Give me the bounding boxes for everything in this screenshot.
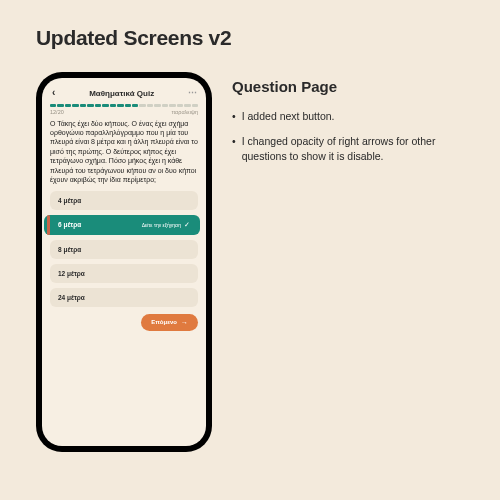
progress-segment xyxy=(65,104,71,107)
page-title: Updated Screens v2 xyxy=(0,0,500,50)
check-icon: ✓ xyxy=(184,221,190,229)
quiz-title: Μαθηματικά Quiz xyxy=(89,89,154,98)
back-icon[interactable]: ‹ xyxy=(52,88,55,98)
progress-segment xyxy=(117,104,123,107)
answer-option[interactable]: 8 μέτρα xyxy=(50,240,198,259)
next-button-label: Επόμενο xyxy=(151,319,177,325)
answer-option-label: 24 μέτρα xyxy=(58,294,85,301)
answer-option-label: 12 μέτρα xyxy=(58,270,85,277)
progress-segment xyxy=(87,104,93,107)
progress-segment xyxy=(139,104,145,107)
next-button[interactable]: Επόμενο → xyxy=(141,314,198,331)
progress-segment xyxy=(80,104,86,107)
options-list: 4 μέτρα6 μέτραΔείτε την εξήγηση✓8 μέτρα1… xyxy=(50,191,198,307)
answer-option[interactable]: 12 μέτρα xyxy=(50,264,198,283)
progress-segment xyxy=(110,104,116,107)
progress-segment xyxy=(95,104,101,107)
menu-icon[interactable]: ⋯ xyxy=(188,88,196,98)
progress-segment xyxy=(57,104,63,107)
progress-segment xyxy=(50,104,56,107)
answer-option-label: 4 μέτρα xyxy=(58,197,81,204)
progress-segment xyxy=(162,104,168,107)
progress-segment xyxy=(169,104,175,107)
progress-segment xyxy=(184,104,190,107)
notes-column: Question Page •I added next button.•I ch… xyxy=(232,72,482,452)
answer-option[interactable]: 4 μέτρα xyxy=(50,191,198,210)
phone-screen: ‹ Μαθηματικά Quiz ⋯ 12/20 παραλειψη Ο Τά… xyxy=(42,78,206,446)
bullet-icon: • xyxy=(232,109,236,124)
answer-option-label: 6 μέτρα xyxy=(58,221,81,228)
progress-segment xyxy=(125,104,131,107)
progress-bar xyxy=(50,104,198,107)
note-text: I added next button. xyxy=(242,109,335,124)
note-bullet: •I added next button. xyxy=(232,109,482,124)
section-title: Question Page xyxy=(232,78,482,95)
progress-segment xyxy=(147,104,153,107)
answer-option-label: 8 μέτρα xyxy=(58,246,81,253)
skip-link[interactable]: παραλειψη xyxy=(171,109,198,115)
arrow-right-icon: → xyxy=(181,319,188,326)
answer-option[interactable]: 24 μέτρα xyxy=(50,288,198,307)
answer-option[interactable]: 6 μέτραΔείτε την εξήγηση✓ xyxy=(44,215,200,235)
progress-segment xyxy=(132,104,138,107)
quiz-header: ‹ Μαθηματικά Quiz ⋯ xyxy=(50,86,198,102)
progress-segment xyxy=(192,104,198,107)
progress-counter-row: 12/20 παραλειψη xyxy=(50,109,198,115)
progress-segment xyxy=(154,104,160,107)
note-text: I changed opacity of right arrows for ot… xyxy=(242,134,482,164)
content-row: ‹ Μαθηματικά Quiz ⋯ 12/20 παραλειψη Ο Τά… xyxy=(0,50,500,452)
progress-segment xyxy=(102,104,108,107)
question-text: Ο Τάκης έχει δύο κήπους. Ο ένας έχει σχή… xyxy=(50,119,198,185)
explanation-link[interactable]: Δείτε την εξήγηση✓ xyxy=(142,221,190,229)
progress-segment xyxy=(72,104,78,107)
progress-segment xyxy=(177,104,183,107)
bullet-icon: • xyxy=(232,134,236,164)
note-bullet: •I changed opacity of right arrows for o… xyxy=(232,134,482,164)
phone-frame: ‹ Μαθηματικά Quiz ⋯ 12/20 παραλειψη Ο Τά… xyxy=(36,72,212,452)
progress-counter: 12/20 xyxy=(50,109,64,115)
